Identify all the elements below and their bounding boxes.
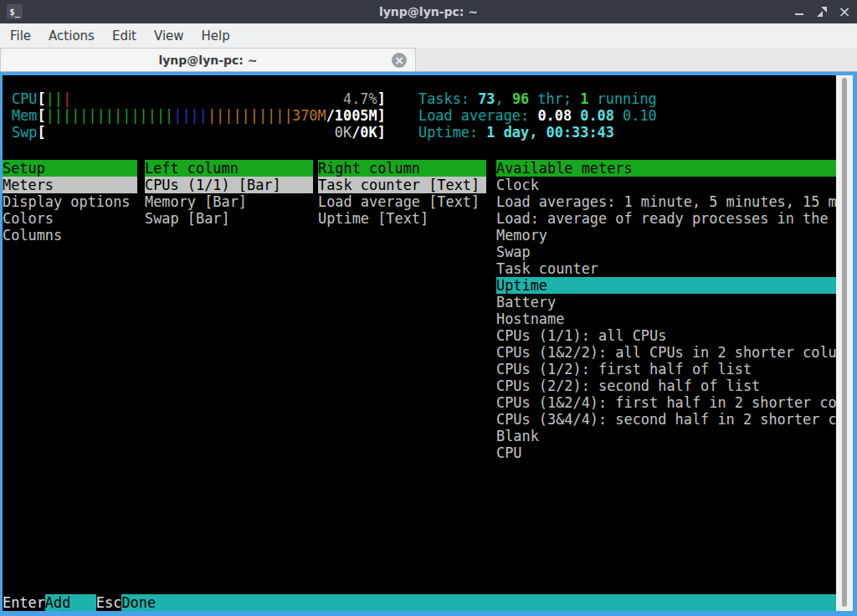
function-bar: Enter Add Esc Done (3, 594, 836, 611)
setup-item-display-options[interactable]: Display options (3, 193, 137, 210)
right-column-header: Right column (318, 160, 486, 177)
right-item-load-average[interactable]: Load average [Text] (318, 193, 486, 210)
cpu-bars-green: || (46, 90, 63, 107)
meter-option-memory[interactable]: Memory (496, 227, 836, 244)
left-column-panel: Left column CPUs (1/1) [Bar] Memory [Bar… (145, 160, 313, 227)
minimize-button[interactable] (792, 4, 807, 19)
meter-option-cpus-34-4[interactable]: CPUs (3&4/4): second half in 2 shorter c… (496, 411, 836, 428)
meter-option-blank[interactable]: Blank (496, 428, 836, 444)
load-15min: 0.10 (623, 107, 657, 124)
meter-option-cpus-2-2[interactable]: CPUs (2/2): second half of list (496, 377, 836, 394)
function-bar-fill (156, 594, 836, 611)
menu-file[interactable]: File (10, 28, 31, 44)
threads-count: 96 (512, 90, 529, 107)
meter-option-hostname[interactable]: Hostname (496, 311, 836, 327)
right-item-uptime[interactable]: Uptime [Text] (318, 210, 486, 227)
meter-option-load[interactable]: Load: average of ready processes in the … (496, 210, 836, 227)
mem-total: /1005M (326, 107, 377, 124)
load-1min: 0.08 (537, 107, 580, 124)
add-action[interactable]: Add (45, 594, 96, 611)
cpu-bars-red: | (63, 90, 71, 107)
uptime-line: Uptime: 1 day, 00:33:43 (418, 124, 614, 141)
meter-option-battery[interactable]: Battery (496, 294, 836, 311)
right-column-panel: Right column Task counter [Text] Load av… (318, 160, 486, 227)
terminal-icon-glyph: $_ (9, 8, 19, 17)
left-item-memory[interactable]: Memory [Bar] (145, 193, 313, 210)
esc-key-hint: Esc (96, 594, 122, 611)
menu-edit[interactable]: Edit (112, 28, 136, 44)
titlebar[interactable]: $_ lynp@lyn-pc: ~ (0, 0, 857, 23)
tab-close-button[interactable] (392, 53, 407, 68)
uptime-value: 1 day, 00:33:43 (486, 124, 614, 141)
mem-meter: Mem[|||||||||||||||||||||||||||||370M/10… (12, 107, 386, 124)
enter-key-hint: Enter (3, 594, 45, 611)
meter-option-clock[interactable]: Clock (496, 177, 836, 193)
setup-item-meters[interactable]: Meters (3, 177, 137, 193)
meter-option-load-averages[interactable]: Load averages: 1 minute, 5 minutes, 15 m… (496, 193, 836, 210)
swap-label: Swp (12, 124, 38, 141)
restore-button[interactable] (814, 4, 829, 19)
setup-panel-header: Setup (3, 160, 137, 177)
setup-panel: Setup Meters Display options Colors Colu… (3, 160, 137, 244)
cpu-value: 4.7% (343, 90, 377, 107)
mem-used: 370M (292, 107, 326, 124)
swap-used: 0K (335, 124, 352, 141)
setup-item-columns[interactable]: Columns (3, 227, 137, 244)
meter-option-swap[interactable]: Swap (496, 244, 836, 260)
meter-option-uptime[interactable]: Uptime (496, 277, 836, 294)
setup-item-colors[interactable]: Colors (3, 210, 137, 227)
window-title: lynp@lyn-pc: ~ (0, 5, 857, 18)
swap-meter: Swp[0K/0K] (12, 124, 386, 141)
terminal-frame: CPU[|||4.7%] Mem[|||||||||||||||||||||||… (0, 72, 857, 616)
tab-title: lynp@lyn-pc: ~ (158, 54, 257, 67)
right-item-task-counter[interactable]: Task counter [Text] (318, 177, 486, 193)
load-5min: 0.08 (580, 107, 623, 124)
mem-bars-orange: |||||||||| (208, 107, 293, 124)
mem-label: Mem (12, 107, 38, 124)
mem-bars-green: ||||||||||||||| (46, 107, 174, 124)
tasks-line: Tasks: 73, 96 thr; 1 running (418, 90, 657, 107)
left-item-swap[interactable]: Swap [Bar] (145, 210, 313, 227)
tab-bar: lynp@lyn-pc: ~ (0, 48, 857, 72)
available-meters-header: Available meters (496, 160, 836, 177)
meter-option-cpu[interactable]: CPU (496, 444, 836, 461)
meter-option-cpus-12-2[interactable]: CPUs (1&2/2): all CPUs in 2 shorter colu… (496, 344, 836, 361)
mem-bars-blue: |||| (173, 107, 208, 124)
cpu-meter: CPU[|||4.7%] (12, 90, 386, 107)
available-meters-panel: Available meters Clock Load averages: 1 … (496, 160, 836, 461)
terminal-tab[interactable]: lynp@lyn-pc: ~ (0, 48, 416, 71)
tasks-count: 73 (478, 90, 495, 107)
restore-icon (817, 7, 827, 17)
swap-total: /0K (352, 124, 377, 141)
scrollbar[interactable] (836, 75, 853, 611)
terminal-content: CPU[|||4.7%] Mem[|||||||||||||||||||||||… (3, 75, 836, 611)
meter-option-cpus-1-2[interactable]: CPUs (1/2): first half of list (496, 361, 836, 377)
meter-option-task-counter[interactable]: Task counter (496, 260, 836, 277)
menu-actions[interactable]: Actions (49, 28, 95, 44)
close-button[interactable] (837, 4, 852, 19)
menubar: File Actions Edit View Help (0, 23, 857, 48)
done-action[interactable]: Done (121, 594, 156, 611)
minimize-icon (795, 13, 803, 15)
meter-option-cpus-12-4[interactable]: CPUs (1&2/4): first half in 2 shorter co… (496, 394, 836, 411)
cpu-label: CPU (12, 90, 38, 107)
window-controls (792, 0, 852, 23)
terminal-icon: $_ (7, 4, 23, 19)
load-average-line: Load average: 0.08 0.08 0.10 (418, 107, 657, 124)
left-item-cpus[interactable]: CPUs (1/1) [Bar] (145, 177, 313, 193)
menu-view[interactable]: View (154, 28, 184, 44)
menu-help[interactable]: Help (202, 28, 230, 44)
scrollbar-thumb[interactable] (842, 78, 847, 607)
meter-option-cpus-1-1[interactable]: CPUs (1/1): all CPUs (496, 327, 836, 344)
left-column-header: Left column (145, 160, 313, 177)
running-count: 1 (580, 90, 588, 107)
